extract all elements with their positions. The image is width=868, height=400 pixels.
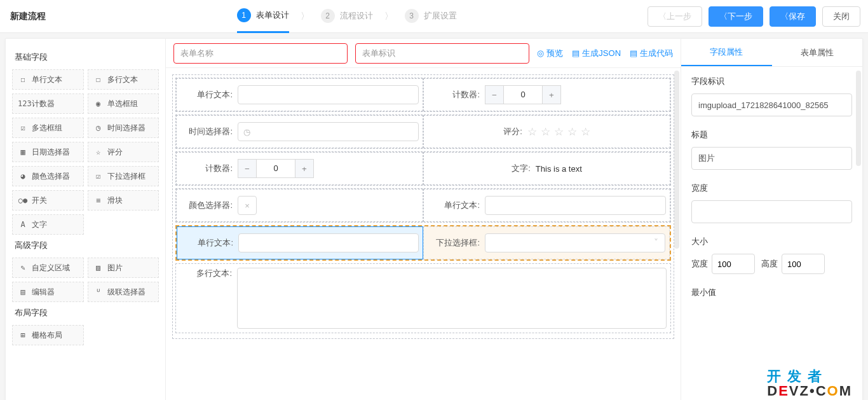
field-date[interactable]: ▦日期选择器 [12, 142, 84, 162]
generate-json-link[interactable]: ▤生成JSON [572, 48, 621, 59]
prop-label: 标题 [691, 129, 852, 141]
field-time[interactable]: ◷时间选择器 [88, 118, 159, 138]
text-icon: ☐ [18, 75, 28, 84]
star-icon[interactable]: ☆ [567, 125, 577, 139]
cell[interactable]: 计数器: − 0 + [176, 152, 423, 185]
rating-input[interactable]: ☆☆☆☆☆ [527, 125, 590, 139]
title-input[interactable] [691, 147, 852, 170]
cell[interactable]: 文字:This is a text [423, 152, 670, 185]
close-button[interactable]: 关闭 [822, 6, 860, 27]
save-button[interactable]: 〈 保存 [770, 6, 816, 27]
close-icon[interactable]: × [245, 201, 250, 210]
field-editor[interactable]: ▤编辑器 [12, 282, 84, 302]
row-2[interactable]: 时间选择器:◷ 评分: ☆☆☆☆☆ [175, 114, 671, 149]
label: 单行文本: [181, 237, 233, 249]
main: 基础字段 ☐单行文本 ☐多行文本 123计数器 ◉单选框组 ☑多选框组 ◷时间选… [5, 38, 863, 400]
field-switch[interactable]: ○●开关 [12, 190, 84, 210]
text-input[interactable] [485, 196, 666, 215]
text-input[interactable] [238, 233, 419, 252]
clock-icon: ◷ [93, 123, 104, 132]
cell[interactable]: 计数器: − 0 + [423, 78, 670, 111]
row-1[interactable]: 单行文本: 计数器: − 0 + [175, 78, 671, 112]
cell[interactable]: 单行文本: [176, 78, 423, 111]
eye-icon: ◎ [537, 48, 544, 58]
advanced-fields: ✎自定义区域 ▨图片 ▤编辑器 ᓑ级联选择器 [12, 258, 159, 302]
time-input[interactable]: ◷ [238, 122, 419, 141]
label: 文字: [512, 163, 531, 174]
width-input[interactable] [691, 200, 852, 223]
slider-icon: ≡ [93, 196, 104, 205]
field-color[interactable]: ◕颜色选择器 [12, 166, 84, 186]
preview-link[interactable]: ◎预览 [537, 48, 563, 59]
field-select[interactable]: ☑下拉选择框 [88, 166, 159, 186]
field-image[interactable]: ▨图片 [88, 258, 159, 278]
field-counter[interactable]: 123计数器 [12, 93, 84, 114]
color-input[interactable]: × [238, 196, 257, 215]
size-width-input[interactable] [712, 254, 755, 274]
switch-icon: ○● [18, 196, 28, 205]
number-input[interactable]: − 0 + [238, 159, 314, 178]
cell[interactable]: 下拉选择框: [423, 226, 670, 259]
scrollbar[interactable] [856, 71, 861, 166]
row-3[interactable]: 计数器: − 0 + 文字:This is a text [175, 151, 671, 186]
center-panel: 表单名称 表单标识 ◎预览 ▤生成JSON ▤生成代码 单行文本: 计数器: −… [166, 39, 681, 400]
step-extended-settings[interactable]: 3 扩展设置 [405, 9, 457, 24]
step-process-design[interactable]: 2 流程设计 [321, 9, 373, 24]
label: 单行文本: [428, 200, 480, 211]
increment-button[interactable]: + [295, 159, 314, 178]
field-textarea[interactable]: ☐多行文本 [88, 69, 159, 90]
prev-button[interactable]: 〈 上一步 [648, 6, 702, 27]
decrement-button[interactable]: − [485, 85, 504, 104]
row-5-selected[interactable]: 单行文本: 下拉选择框: [175, 225, 671, 261]
form-name-input[interactable]: 表单名称 [173, 43, 348, 64]
increment-button[interactable]: + [542, 85, 561, 104]
decrement-button[interactable]: − [238, 159, 257, 178]
prop-label: 最小值 [691, 287, 852, 298]
generate-code-link[interactable]: ▤生成代码 [630, 48, 673, 59]
next-button[interactable]: 〈 下一步 [709, 6, 763, 27]
star-icon[interactable]: ☆ [581, 125, 590, 139]
layout-fields: ⊞栅格布局 [12, 325, 159, 345]
text-input[interactable] [238, 85, 419, 104]
star-icon: ☆ [93, 148, 104, 156]
cell[interactable]: 单行文本: [423, 189, 670, 222]
field-id-input[interactable] [691, 93, 852, 116]
row-4[interactable]: 颜色选择器:× 单行文本: [175, 188, 671, 223]
step-label: 表单设计 [256, 10, 289, 21]
field-radio[interactable]: ◉单选框组 [88, 93, 159, 114]
textarea-input[interactable] [237, 268, 667, 329]
star-icon[interactable]: ☆ [554, 125, 564, 139]
cell-selected[interactable]: 单行文本: [177, 226, 423, 259]
chevron-right-icon: 〉 [301, 11, 309, 22]
cell[interactable]: 时间选择器:◷ [176, 115, 423, 148]
field-checkbox[interactable]: ☑多选框组 [12, 118, 84, 138]
tab-field-props[interactable]: 字段属性 [681, 39, 772, 66]
field-grid[interactable]: ⊞栅格布局 [12, 325, 84, 345]
step-form-design[interactable]: 1 表单设计 [237, 8, 289, 33]
font-icon: A [18, 220, 28, 229]
form-id-input[interactable]: 表单标识 [355, 43, 529, 64]
field-cascader[interactable]: ᓑ级联选择器 [88, 282, 159, 302]
number-value[interactable]: 0 [504, 85, 542, 104]
cascader-icon: ᓑ [93, 287, 104, 296]
cell[interactable]: 评分: ☆☆☆☆☆ [423, 115, 670, 148]
field-slider[interactable]: ≡滑块 [88, 190, 159, 210]
field-static-text[interactable]: A文字 [12, 214, 84, 235]
select-input[interactable] [485, 233, 665, 252]
scrollbar[interactable] [674, 71, 679, 249]
number-input[interactable]: − 0 + [485, 85, 561, 104]
size-height-input[interactable] [782, 254, 825, 274]
field-rating[interactable]: ☆评分 [88, 142, 159, 162]
field-custom[interactable]: ✎自定义区域 [12, 258, 84, 278]
number-value[interactable]: 0 [257, 159, 295, 178]
section-title-layout: 布局字段 [12, 302, 159, 325]
field-text[interactable]: ☐单行文本 [12, 69, 84, 90]
image-icon: ▨ [93, 263, 104, 272]
cell[interactable]: 颜色选择器:× [176, 189, 423, 222]
tab-form-props[interactable]: 表单属性 [772, 39, 863, 66]
form-canvas[interactable]: 单行文本: 计数器: − 0 + 时间选择器:◷ [166, 68, 681, 400]
steps: 1 表单设计 〉 2 流程设计 〉 3 扩展设置 [46, 0, 648, 33]
star-icon[interactable]: ☆ [541, 125, 550, 139]
star-icon[interactable]: ☆ [527, 125, 537, 139]
row-6[interactable]: 多行文本: [175, 263, 671, 333]
